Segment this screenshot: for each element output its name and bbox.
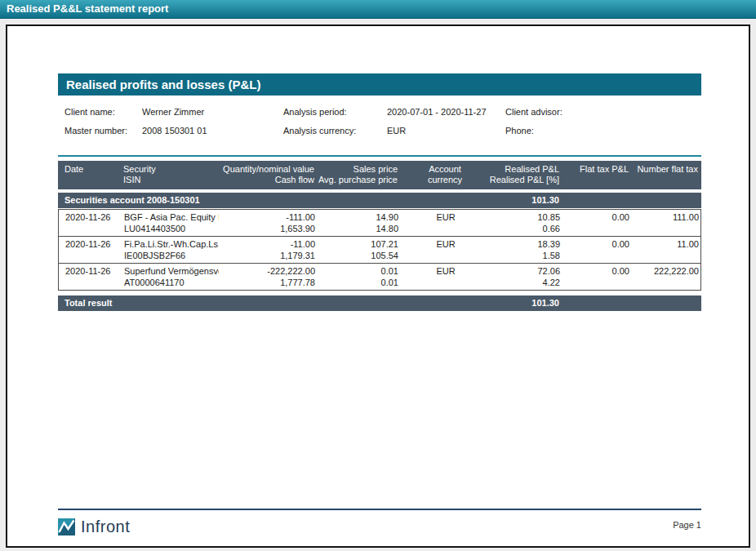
report-section-title: Realised profits and losses (P&L)	[66, 78, 260, 91]
table-row: 2020-11-26 Fi.Pa.Li.Str.-Wh.Cap.Ls.Co.In…	[59, 236, 700, 263]
divider-rule	[58, 155, 701, 157]
client-name-label: Client name:	[58, 103, 142, 122]
cell-security: Superfund Vermögensveranl.-AG AT00006411…	[118, 265, 219, 288]
cell-currency: EUR	[402, 211, 490, 234]
group-header-value: 101.30	[531, 193, 559, 208]
client-info-row-2: Master number: 2008 150301 01 Analysis c…	[58, 122, 701, 140]
brand-name: Infront	[81, 518, 130, 536]
analysis-period-label: Analysis period:	[283, 103, 387, 122]
total-result-row: Total result 101.30	[58, 295, 701, 311]
total-result-label: Total result	[58, 298, 112, 308]
analysis-period-value: 2020-07-01 - 2020-11-27	[387, 103, 505, 122]
col-header-number-flat-tax: Number flat tax	[632, 164, 701, 185]
report-footer: Infront Page 1	[58, 509, 701, 536]
cell-security: BGF - Asia Pac. Equity Income A LU041440…	[118, 211, 219, 234]
cell-flat-tax-pnl: 0.00	[563, 238, 633, 261]
cell-sales-price: 107.21 105.54	[318, 238, 402, 261]
table-row: 2020-11-26 BGF - Asia Pac. Equity Income…	[59, 210, 700, 236]
col-header-sales-price: Sales price Avg. purchase price	[318, 164, 401, 185]
cell-date: 2020-11-26	[59, 211, 118, 234]
cell-quantity: -222,222.00 1,777.78	[219, 265, 318, 288]
table-row: 2020-11-26 Superfund Vermögensveranl.-AG…	[59, 263, 700, 290]
cell-realised-pnl: 10.85 0.66	[490, 211, 563, 234]
table-body: 2020-11-26 BGF - Asia Pac. Equity Income…	[58, 209, 701, 291]
analysis-currency-label: Analysis currency:	[283, 122, 387, 140]
col-header-date: Date	[58, 164, 118, 185]
cell-number-flat-tax: 111.00	[633, 211, 702, 234]
phone-label: Phone:	[505, 122, 595, 140]
cell-date: 2020-11-26	[59, 238, 118, 261]
cell-currency: EUR	[402, 265, 490, 288]
cell-quantity: -11.00 1,179.31	[219, 238, 318, 261]
window-title: Realised P&&L statement report	[7, 2, 168, 15]
infront-logo-icon	[58, 518, 75, 535]
window-titlebar: Realised P&&L statement report	[0, 0, 756, 19]
cell-security: Fi.Pa.Li.Str.-Wh.Cap.Ls.Co.In. A IE00BJS…	[118, 238, 219, 261]
cell-sales-price: 0.01 0.01	[318, 265, 402, 288]
cell-sales-price: 14.90 14.80	[318, 211, 402, 234]
client-advisor-label: Client advisor:	[505, 103, 595, 122]
group-header-label: Securities account 2008-150301	[58, 195, 200, 205]
table-header: Date Security ISIN Quantity/nominal valu…	[58, 161, 701, 189]
report-section-header: Realised profits and losses (P&L)	[58, 73, 701, 96]
analysis-currency-value: EUR	[387, 122, 505, 140]
master-number-value: 2008 150301 01	[142, 122, 283, 140]
cell-quantity: -111.00 1,653.90	[219, 211, 318, 234]
cell-number-flat-tax: 11.00	[633, 238, 702, 261]
report-page: Realised profits and losses (P&L) Client…	[6, 24, 750, 548]
cell-number-flat-tax: 222,222.00	[633, 265, 702, 288]
cell-date: 2020-11-26	[59, 265, 118, 288]
cell-currency: EUR	[402, 238, 490, 261]
group-header-row: Securities account 2008-150301 101.30	[58, 193, 701, 208]
cell-realised-pnl: 72.06 4.22	[490, 265, 563, 288]
cell-realised-pnl: 18.39 1.58	[490, 238, 563, 261]
master-number-label: Master number:	[58, 122, 142, 140]
client-info-row-1: Client name: Werner Zimmer Analysis peri…	[58, 103, 701, 122]
client-info: Client name: Werner Zimmer Analysis peri…	[58, 103, 701, 140]
report-body: Realised profits and losses (P&L) Client…	[58, 73, 701, 311]
client-name-value: Werner Zimmer	[142, 103, 283, 122]
cell-flat-tax-pnl: 0.00	[563, 265, 633, 288]
phone-value	[595, 122, 701, 140]
total-result-value: 101.30	[531, 295, 559, 311]
cell-flat-tax-pnl: 0.00	[563, 211, 633, 234]
col-header-quantity: Quantity/nominal value Cash flow	[218, 164, 318, 185]
page-number: Page 1	[673, 520, 701, 530]
client-advisor-value	[595, 103, 701, 122]
col-header-account-currency: Account currency	[401, 164, 489, 185]
col-header-realised-pnl: Realised P&L Realised P&L [%]	[489, 164, 563, 185]
col-header-security: Security ISIN	[118, 164, 218, 185]
brand-logo: Infront	[58, 518, 130, 536]
col-header-flat-tax-pnl: Flat tax P&L	[563, 164, 632, 185]
